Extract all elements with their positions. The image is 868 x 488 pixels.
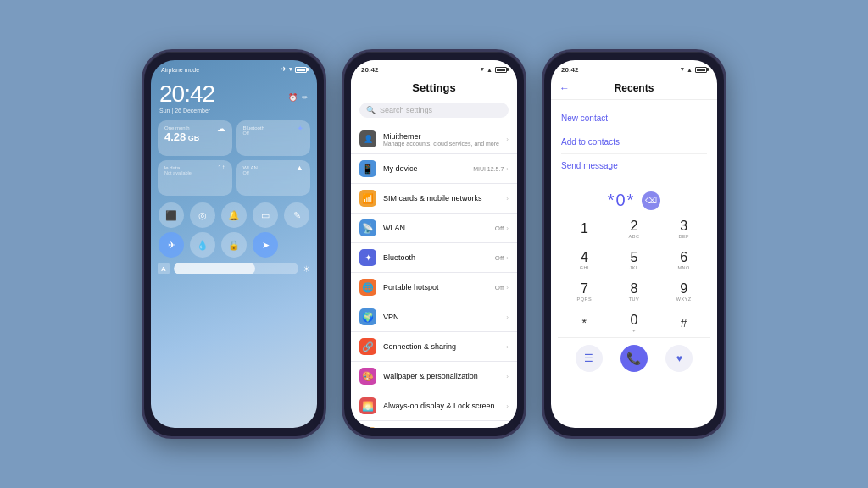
miuithemer-icon: 👤 bbox=[359, 130, 376, 147]
key-5[interactable]: 5 JKL bbox=[611, 247, 658, 274]
data-icon: 1↑ bbox=[218, 164, 225, 171]
brightness-control[interactable]: A ☀ bbox=[158, 263, 310, 274]
key-6[interactable]: 6 MNO bbox=[660, 247, 707, 274]
bluetooth-icon: ✦ bbox=[297, 124, 303, 133]
aod-text: Always-on display & Lock screen bbox=[383, 402, 499, 410]
alarm-icon[interactable]: ⏰ bbox=[288, 93, 298, 102]
wallpaper-text: Wallpaper & personalization bbox=[383, 372, 499, 380]
contacts-button[interactable]: ☰ bbox=[576, 345, 603, 372]
data-tile[interactable]: 1↑ le data Not available bbox=[158, 160, 232, 196]
cast-btn[interactable]: ▭ bbox=[253, 202, 278, 228]
recents-title: Recents bbox=[576, 82, 692, 94]
wlan-right: Off › bbox=[495, 225, 509, 232]
key-3[interactable]: 3 DEF bbox=[660, 215, 707, 243]
wlan-settings-text: WLAN bbox=[383, 224, 488, 232]
bell-btn[interactable]: 🔔 bbox=[221, 202, 247, 228]
font-size-btn[interactable]: A bbox=[158, 263, 170, 274]
phone-1-screen: Airplane mode ✈ ▾ 20:42 Sun | 26 Decembe… bbox=[151, 60, 317, 428]
brightness-fill bbox=[174, 263, 255, 274]
settings-item-miuithemer[interactable]: 👤 Miuithemer Manage accounts, cloud serv… bbox=[351, 125, 517, 154]
miuithemer-text: Miuithemer Manage accounts, cloud servic… bbox=[383, 132, 499, 147]
recent-new-contact[interactable]: New contact bbox=[561, 107, 707, 130]
time-3: 20:42 bbox=[561, 66, 578, 74]
settings-item-aod[interactable]: 🌅 Always-on display & Lock screen › bbox=[351, 391, 517, 421]
wifi-status-icon: ▾ bbox=[289, 66, 292, 73]
call-button[interactable]: 📞 bbox=[620, 345, 648, 372]
focus-btn[interactable]: ◎ bbox=[190, 202, 215, 228]
key-2[interactable]: 2 ABC bbox=[611, 215, 658, 243]
status-icons-2: ▾ ▲ bbox=[481, 66, 507, 73]
status-bar-1: Airplane mode ✈ ▾ bbox=[151, 60, 317, 79]
hotspot-chevron: › bbox=[506, 284, 509, 291]
key-4[interactable]: 4 GHI bbox=[561, 247, 608, 274]
phone-2: 20:42 ▾ ▲ Settings 🔍 Search settings � bbox=[342, 49, 526, 439]
wallpaper-chevron: › bbox=[506, 373, 509, 380]
key-8[interactable]: 8 TUV bbox=[611, 278, 658, 306]
settings-item-sim[interactable]: 📶 SIM cards & mobile networks › bbox=[351, 184, 517, 214]
dialed-number: *0* bbox=[608, 191, 636, 210]
brightness-slider[interactable] bbox=[174, 263, 298, 274]
phone-1: Airplane mode ✈ ▾ 20:42 Sun | 26 Decembe… bbox=[142, 49, 326, 439]
favorites-button[interactable]: ♥ bbox=[665, 345, 693, 372]
settings-item-display[interactable]: 💡 Display › bbox=[351, 421, 517, 428]
wlan-tile-status: Off bbox=[243, 170, 304, 175]
key-0[interactable]: 0 + bbox=[611, 309, 658, 337]
control-center-screen: Airplane mode ✈ ▾ 20:42 Sun | 26 Decembe… bbox=[151, 60, 317, 428]
settings-item-wlan[interactable]: 📡 WLAN Off › bbox=[351, 214, 517, 243]
status-icons-1: ✈ ▾ bbox=[281, 66, 307, 73]
settings-item-connection[interactable]: 🔗 Connection & sharing › bbox=[351, 332, 517, 362]
screen-record-btn[interactable]: ⬛ bbox=[159, 202, 184, 228]
phone-3-screen: 20:42 ▾ ▲ ← Recents New contact Add to c… bbox=[551, 60, 717, 428]
recents-dialer-screen: 20:42 ▾ ▲ ← Recents New contact Add to c… bbox=[551, 60, 717, 428]
phone-2-screen: 20:42 ▾ ▲ Settings 🔍 Search settings � bbox=[351, 60, 517, 428]
battery-icon-2 bbox=[495, 67, 507, 73]
settings-item-vpn[interactable]: 🌍 VPN › bbox=[351, 302, 517, 332]
wifi-3-icon: ▲ bbox=[687, 67, 693, 73]
status-bar-2: 20:42 ▾ ▲ bbox=[351, 60, 517, 79]
watermark: VISIT FOR MORE THEMES - MIUITHEMER.COM bbox=[544, 414, 724, 426]
status-icons-3: ▾ ▲ bbox=[681, 66, 707, 73]
send-btn[interactable]: ➤ bbox=[253, 232, 278, 258]
date-time-row: 20:42 Sun | 26 December ⏰ ✏ bbox=[151, 79, 317, 117]
airplane-btn[interactable]: ✈ bbox=[159, 232, 184, 258]
cloud-icon: ☁ bbox=[217, 124, 225, 133]
back-button[interactable]: ← bbox=[559, 82, 570, 94]
wlan-tile[interactable]: ▲ WLAN Off bbox=[236, 160, 311, 196]
mydevice-chevron: › bbox=[506, 165, 509, 173]
settings-item-wallpaper[interactable]: 🎨 Wallpaper & personalization › bbox=[351, 362, 517, 391]
edit-icon[interactable]: ✏ bbox=[302, 93, 309, 102]
settings-item-hotspot[interactable]: 🌐 Portable hotspot Off › bbox=[351, 273, 517, 302]
airplane-mode-label: Airplane mode bbox=[161, 67, 199, 73]
settings-title: Settings bbox=[351, 79, 517, 98]
bluetooth-tile-status: Off bbox=[243, 130, 304, 136]
aod-icon: 🌅 bbox=[359, 397, 376, 414]
key-9[interactable]: 9 WXYZ bbox=[660, 278, 707, 306]
key-hash[interactable]: # bbox=[660, 309, 707, 337]
water-btn[interactable]: 💧 bbox=[190, 232, 215, 258]
wifi-2-icon: ▲ bbox=[487, 67, 492, 73]
settings-item-mydevice[interactable]: 📱 My device MIUI 12.5.7 › bbox=[351, 154, 517, 184]
settings-item-bluetooth[interactable]: ✦ Bluetooth Off › bbox=[351, 243, 517, 273]
recent-add-contacts[interactable]: Add to contacts bbox=[561, 130, 707, 154]
dialer: *0* ⌫ 1 2 ABC 3 DEF bbox=[551, 184, 717, 428]
delete-button[interactable]: ⌫ bbox=[642, 191, 660, 210]
sim-icon: 📶 bbox=[359, 190, 376, 207]
display-icon: 💡 bbox=[359, 427, 376, 428]
contacts-icon: ☰ bbox=[584, 352, 593, 364]
key-1[interactable]: 1 bbox=[561, 215, 608, 243]
mydevice-icon: 📱 bbox=[359, 160, 376, 177]
recent-send-message[interactable]: Send message bbox=[561, 154, 707, 177]
bluetooth-tile[interactable]: ✦ Bluetooth Off bbox=[236, 120, 311, 156]
aod-chevron: › bbox=[506, 402, 509, 410]
pen-btn[interactable]: ✎ bbox=[284, 202, 309, 228]
key-star[interactable]: * bbox=[561, 309, 608, 337]
search-bar[interactable]: 🔍 Search settings bbox=[359, 103, 509, 118]
connection-icon: 🔗 bbox=[359, 338, 376, 355]
sim-text: SIM cards & mobile networks bbox=[383, 194, 499, 202]
vpn-chevron: › bbox=[506, 313, 509, 321]
clock: 20:42 bbox=[159, 80, 214, 108]
key-7[interactable]: 7 PQRS bbox=[561, 278, 608, 306]
lock-btn[interactable]: 🔒 bbox=[221, 232, 247, 258]
cloud-tile[interactable]: ☁ One month 4.28 GB bbox=[158, 120, 232, 156]
wallpaper-icon: 🎨 bbox=[359, 368, 376, 385]
